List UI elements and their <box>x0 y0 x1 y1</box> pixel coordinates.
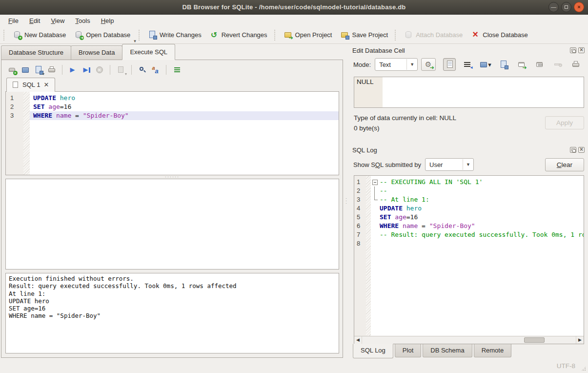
results-grid[interactable] <box>5 179 339 269</box>
execute-all-button[interactable] <box>67 64 79 76</box>
tab-browse-data[interactable]: Browse Data <box>71 45 122 60</box>
sql-toolbar-separator <box>166 65 167 75</box>
code-line: UPDATE hero <box>379 204 584 213</box>
chevron-down-icon: ▼ <box>463 159 470 170</box>
execute-line-button[interactable] <box>81 64 92 76</box>
menu-help[interactable]: Help <box>96 16 120 26</box>
execution-output[interactable]: Execution finished without errors.Result… <box>5 273 339 353</box>
open-database-button[interactable]: ➜Open Database <box>70 29 135 41</box>
save-results-button: ▾ <box>115 64 127 76</box>
import-file-icon <box>480 61 488 69</box>
bottom-tabbar: SQL LogPlotDB SchemaRemote <box>348 344 588 359</box>
dock-float-icon[interactable] <box>570 147 576 153</box>
toolbar-button-label: Open Database <box>86 31 130 39</box>
open-in-app-icon: ➜ <box>518 61 526 69</box>
clear-log-button[interactable]: Clear <box>545 158 584 171</box>
new-database-button[interactable]: +New Database <box>9 29 70 41</box>
log-gutter: 12345678 <box>354 176 366 336</box>
import-file-button[interactable]: ▾ <box>479 58 492 71</box>
resize-grip[interactable] <box>580 365 587 372</box>
format-button[interactable] <box>171 64 183 76</box>
menu-file[interactable]: File <box>3 16 24 26</box>
null-toggle-button: - <box>551 58 564 71</box>
main-splitter[interactable]: ··· <box>345 44 348 359</box>
close-database-button[interactable]: Close Database <box>467 29 532 41</box>
bottom-tab-remote[interactable]: Remote <box>474 344 512 357</box>
sql-editor-tab[interactable]: SQL 1 ✕ <box>6 78 55 92</box>
minimize-icon[interactable]: — <box>548 2 559 12</box>
revert-changes-button[interactable]: Revert Changes <box>206 29 272 41</box>
dock-close-icon[interactable] <box>578 147 585 153</box>
editor-results-splitter[interactable]: ······ <box>5 175 339 179</box>
output-line: Result: query executed successfully. Too… <box>9 282 336 290</box>
left-pane: Database StructureBrowse DataExecute SQL… <box>0 44 345 359</box>
open-project-button[interactable]: ➜Open Project <box>280 29 337 41</box>
toolbar-button-label: Close Database <box>483 31 528 39</box>
maximize-icon[interactable] <box>561 2 571 12</box>
auto-apply-button[interactable]: ➜ <box>421 58 436 71</box>
sql-tabbar: SQL 1 ✕ <box>5 77 339 91</box>
open-project-icon: ➜ <box>284 31 292 39</box>
fold-marker-icon[interactable] <box>371 178 379 186</box>
bottom-tab-plot[interactable]: Plot <box>395 344 421 357</box>
code-line: SET age=16 <box>379 213 584 222</box>
dropdown-arrow-icon[interactable]: ▾ <box>125 72 127 76</box>
print-cell-button[interactable] <box>569 58 582 71</box>
log-filter-select[interactable]: User ▼ <box>425 158 474 171</box>
bottom-tab-db-schema[interactable]: DB Schema <box>423 344 472 357</box>
save-sql-file-button[interactable]: ▾ <box>33 64 44 76</box>
attach-database-icon <box>405 31 413 39</box>
apply-button[interactable]: Apply <box>545 116 584 129</box>
open-in-app-button[interactable]: ➜ <box>515 58 528 71</box>
menu-view[interactable]: View <box>45 16 70 26</box>
log-fold-column[interactable] <box>371 176 379 336</box>
log-filter-value: User <box>429 161 443 168</box>
sql-tab-label: SQL 1 <box>22 81 40 88</box>
open-sql-file-button[interactable] <box>20 64 31 76</box>
new-tab-button[interactable]: + <box>6 64 18 76</box>
dock-close-icon[interactable] <box>578 47 585 53</box>
tab-database-structure[interactable]: Database Structure <box>1 45 71 60</box>
line-number: 6 <box>357 222 366 230</box>
find-button[interactable] <box>137 64 148 76</box>
editor-code[interactable]: UPDATE heroSET age=16WHERE name = "Spide… <box>30 92 339 175</box>
scroll-left-icon[interactable]: ◀ <box>354 336 362 344</box>
log-hscrollbar[interactable]: ◀ ▶ <box>354 336 584 344</box>
bottom-tab-sql-log[interactable]: SQL Log <box>353 344 393 358</box>
copy-link-button[interactable] <box>533 58 546 71</box>
line-number: 8 <box>357 239 366 248</box>
export-file-button[interactable] <box>497 58 510 71</box>
dropdown-arrow-icon[interactable]: ▾ <box>42 72 44 76</box>
save-project-icon <box>341 31 349 39</box>
line-number: 5 <box>357 213 366 222</box>
menu-tools[interactable]: Tools <box>70 16 95 26</box>
dock-float-icon[interactable] <box>570 47 576 53</box>
sql-editor[interactable]: 123 UPDATE heroSET age=16WHERE name = "S… <box>5 91 339 175</box>
mode-select[interactable]: Text ▼ <box>375 58 418 71</box>
menu-edit[interactable]: Edit <box>24 16 45 26</box>
cell-editor[interactable]: NULL <box>354 77 584 108</box>
tab-execute-sql[interactable]: Execute SQL <box>122 44 175 60</box>
right-pane: Edit Database Cell Mode: Text ▼ ➜ ▾➜- NU… <box>348 44 588 359</box>
save-project-button[interactable]: Save Project <box>336 29 392 41</box>
close-icon[interactable]: × <box>574 2 584 12</box>
word-wrap-button[interactable] <box>461 58 474 71</box>
close-tab-icon[interactable]: ✕ <box>43 81 49 88</box>
fold-marker-icon[interactable] <box>371 195 379 204</box>
scrollbar-thumb[interactable] <box>524 337 545 343</box>
results-output-splitter[interactable] <box>5 269 339 273</box>
print-button[interactable] <box>46 64 58 76</box>
scroll-right-icon[interactable]: ▶ <box>576 336 584 344</box>
dropdown-arrow-icon[interactable]: ▾ <box>488 61 491 68</box>
write-changes-button[interactable]: Write Changes <box>144 29 206 41</box>
code-line: -- EXECUTING ALL IN 'SQL 1' <box>379 178 584 186</box>
new-tab-icon: + <box>8 66 17 74</box>
dropdown-arrow-icon[interactable]: ▾ <box>134 39 136 43</box>
line-number: 4 <box>357 204 366 213</box>
gear-icon: ➜ <box>425 61 433 69</box>
fold-marker-icon[interactable] <box>371 186 379 195</box>
text-mode-button[interactable] <box>443 58 456 71</box>
replace-button[interactable] <box>150 64 162 76</box>
mode-value: Text <box>379 61 391 68</box>
sql-log-view[interactable]: 12345678 -- EXECUTING ALL IN 'SQL 1'----… <box>354 175 584 344</box>
